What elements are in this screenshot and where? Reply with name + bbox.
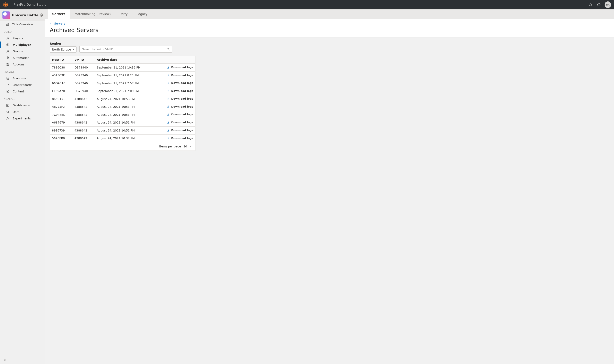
- tab-servers[interactable]: Servers: [48, 9, 70, 19]
- download-logs-label: Download logs: [171, 66, 193, 69]
- notifications-button[interactable]: [587, 0, 595, 9]
- title-header[interactable]: Unicorn Battle: [0, 9, 45, 21]
- sidebar-collapse[interactable]: [0, 356, 45, 364]
- tab-party[interactable]: Party: [115, 9, 132, 19]
- tab-legacy[interactable]: Legacy: [132, 9, 152, 19]
- sidebar-item-leaderboards[interactable]: Leaderboards: [0, 82, 45, 88]
- cell-vm-id: DB73940: [72, 71, 95, 79]
- sidebar-item-experiments[interactable]: Experiments: [0, 115, 45, 122]
- sidebar-item-dashboards[interactable]: Dashboards: [0, 102, 45, 109]
- svg-rect-7: [8, 23, 9, 26]
- svg-point-3: [599, 5, 599, 6]
- main: ServersMatchmaking (Preview)PartyLegacy …: [45, 9, 614, 364]
- cell-archive-date: September 21, 2021 7:09 PM: [95, 87, 156, 95]
- cell-host-id: 66DA516: [50, 79, 72, 87]
- cell-vm-id: 4388642: [72, 111, 95, 119]
- sidebar-item-players[interactable]: Players: [0, 35, 45, 41]
- svg-rect-17: [8, 63, 9, 64]
- studio-name[interactable]: PlayFab Demo Studio: [14, 3, 46, 7]
- search-box[interactable]: [79, 46, 172, 52]
- multiplayer-icon: [6, 43, 10, 46]
- sidebar-item-label: Data: [13, 110, 19, 114]
- sidebar-item-label: Dashboards: [13, 104, 30, 107]
- download-logs-link[interactable]: Download logs: [167, 137, 193, 140]
- download-logs-link[interactable]: Download logs: [167, 74, 193, 77]
- sidebar-item-label: Players: [13, 37, 23, 40]
- cell-archive-date: September 21, 2021 8:21 PM: [95, 71, 156, 79]
- download-logs-link[interactable]: Download logs: [167, 113, 193, 116]
- sidebar-item-label: Multiplayer: [13, 43, 31, 46]
- settings-gear-icon[interactable]: [40, 13, 43, 17]
- sidebar-item-automation[interactable]: Automation: [0, 55, 45, 61]
- game-icon: [2, 12, 10, 19]
- sidebar-item-content[interactable]: Content: [0, 88, 45, 95]
- sidebar-item-data[interactable]: Data: [0, 109, 45, 115]
- cell-vm-id: 4388642: [72, 127, 95, 135]
- column-header[interactable]: Host ID: [50, 56, 72, 64]
- sidebar-item-multiplayer[interactable]: Multiplayer: [0, 41, 45, 48]
- download-logs-label: Download logs: [171, 97, 193, 100]
- download-logs-link[interactable]: Download logs: [167, 89, 193, 92]
- sidebar-item-label: Leaderboards: [13, 83, 32, 87]
- svg-rect-22: [8, 104, 9, 105]
- global-header: PlayFab Demo Studio RA: [0, 0, 614, 9]
- svg-point-9: [8, 37, 9, 38]
- overview-icon: [5, 23, 9, 26]
- nav-group-label: BUILD: [0, 28, 45, 35]
- region-label: Region: [50, 42, 77, 45]
- download-logs-label: Download logs: [171, 89, 193, 92]
- search-input[interactable]: [82, 47, 166, 51]
- download-logs-link[interactable]: Download logs: [167, 129, 193, 132]
- servers-table: Host IDVM IDArchive date 7886C38DB73940S…: [50, 56, 195, 142]
- sidebar-item-groups[interactable]: Groups: [0, 48, 45, 55]
- download-logs-link[interactable]: Download logs: [167, 97, 193, 100]
- table-row: 866C1514388642August 24, 2021 10:53 PMDo…: [50, 95, 195, 103]
- region-select[interactable]: North Europe: [50, 46, 77, 52]
- nav-title-overview[interactable]: Title Overview: [0, 21, 45, 28]
- cell-archive-date: August 24, 2021 10:53 PM: [95, 103, 156, 111]
- cell-vm-id: DB73940: [72, 64, 95, 72]
- svg-rect-6: [7, 24, 8, 25]
- nav-group-label: ENGAGE: [0, 68, 45, 75]
- tab-matchmaking-preview-[interactable]: Matchmaking (Preview): [70, 9, 115, 19]
- download-logs-label: Download logs: [171, 137, 193, 140]
- items-per-page-select[interactable]: 10: [183, 145, 191, 148]
- sidebar-item-label: Groups: [13, 50, 23, 53]
- cell-archive-date: August 24, 2021 10:53 PM: [95, 111, 156, 119]
- table-row: A6876794388642August 24, 2021 10:51 PMDo…: [50, 119, 195, 127]
- download-logs-label: Download logs: [171, 121, 193, 124]
- economy-icon: [6, 77, 10, 80]
- cell-vm-id: 4388642: [72, 119, 95, 127]
- items-per-page-label: Items per page: [159, 145, 181, 148]
- region-value: North Europe: [52, 48, 71, 51]
- column-header[interactable]: VM ID: [72, 56, 95, 64]
- groups-icon: [6, 50, 10, 53]
- download-logs-link[interactable]: Download logs: [167, 121, 193, 124]
- download-logs-link[interactable]: Download logs: [167, 105, 193, 108]
- brand-icon: [3, 2, 8, 7]
- svg-point-20: [7, 77, 9, 78]
- download-logs-label: Download logs: [171, 105, 193, 108]
- column-header[interactable]: Archive date: [95, 56, 156, 64]
- download-logs-link[interactable]: Download logs: [167, 66, 193, 69]
- table-row: 89167394388642August 24, 2021 10:51 PMDo…: [50, 127, 195, 135]
- help-button[interactable]: [595, 0, 603, 9]
- sidebar-item-label: Add-ons: [13, 63, 24, 66]
- breadcrumb[interactable]: Servers: [50, 22, 610, 25]
- cell-vm-id: DB73940: [72, 87, 95, 95]
- game-title: Unicorn Battle: [12, 13, 40, 17]
- download-logs-link[interactable]: Download logs: [167, 81, 193, 84]
- sidebar-item-add-ons[interactable]: Add-ons: [0, 61, 45, 68]
- content: Region North Europe Host IDVM IDArchive …: [45, 38, 614, 364]
- svg-point-12: [8, 51, 9, 52]
- sidebar-item-economy[interactable]: Economy: [0, 75, 45, 82]
- cell-archive-date: September 21, 2021 10:36 PM: [95, 64, 156, 72]
- svg-rect-18: [7, 65, 8, 65]
- content-icon: [6, 90, 10, 93]
- data-icon: [6, 110, 10, 114]
- header-divider: [11, 2, 11, 7]
- players-icon: [6, 37, 10, 40]
- cell-archive-date: August 24, 2021 10:53 PM: [95, 95, 156, 103]
- cell-host-id: 7886C38: [50, 64, 72, 72]
- avatar[interactable]: RA: [605, 1, 611, 8]
